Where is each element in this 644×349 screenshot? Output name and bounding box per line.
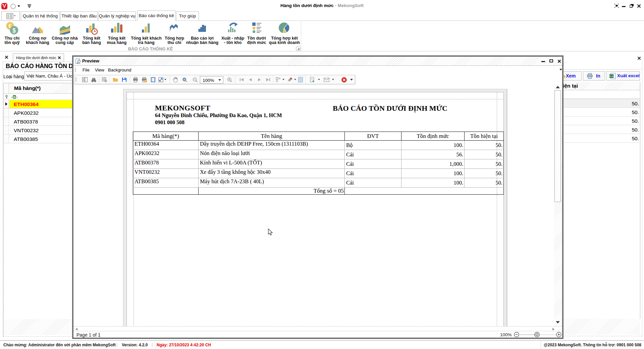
- svg-text:XLSX: XLSX: [609, 75, 614, 77]
- svg-text:c: c: [16, 96, 18, 99]
- svg-text:B: B: [13, 96, 16, 99]
- svg-text:$: $: [12, 27, 16, 34]
- svg-text:a: a: [11, 96, 13, 99]
